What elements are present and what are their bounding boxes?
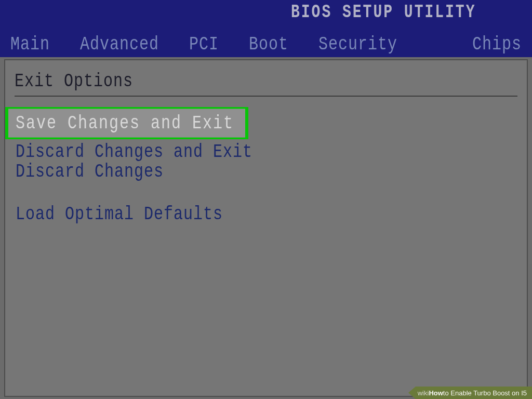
bios-title: BIOS SETUP UTILITY bbox=[291, 2, 476, 22]
footer-wiki-text: wiki bbox=[418, 389, 429, 397]
section-title: Exit Options bbox=[15, 71, 517, 92]
menu-item-discard-exit[interactable]: Discard Changes and Exit bbox=[16, 141, 517, 163]
tab-pci[interactable]: PCI bbox=[189, 34, 219, 55]
footer-how-text: How bbox=[429, 389, 443, 397]
menu-gap bbox=[15, 181, 517, 202]
footer-content: wikiHow to Enable Turbo Boost on I5 bbox=[416, 387, 532, 399]
tab-advanced[interactable]: Advanced bbox=[80, 34, 159, 55]
tab-chips[interactable]: Chips bbox=[472, 34, 522, 55]
menu-item-load-defaults[interactable]: Load Optimal Defaults bbox=[16, 204, 517, 225]
bios-header: BIOS SETUP UTILITY Main Advanced PCI Boo… bbox=[0, 0, 532, 57]
menu-item-discard[interactable]: Discard Changes bbox=[16, 161, 517, 182]
tab-security[interactable]: Security bbox=[318, 34, 397, 55]
tab-bar: Main Advanced PCI Boot Security Chips bbox=[0, 35, 532, 53]
chevron-left-icon bbox=[408, 387, 416, 399]
footer-bar: wikiHow to Enable Turbo Boost on I5 bbox=[408, 387, 532, 399]
highlight-annotation: Save Changes and Exit bbox=[5, 107, 248, 139]
menu-item-save-exit[interactable]: Save Changes and Exit bbox=[8, 109, 245, 137]
tab-boot[interactable]: Boot bbox=[249, 34, 288, 55]
tab-main[interactable]: Main bbox=[10, 34, 50, 55]
content-area: Exit Options Save Changes and Exit Disca… bbox=[4, 59, 528, 397]
divider bbox=[15, 96, 517, 97]
footer-article-title: to Enable Turbo Boost on I5 bbox=[443, 389, 527, 397]
